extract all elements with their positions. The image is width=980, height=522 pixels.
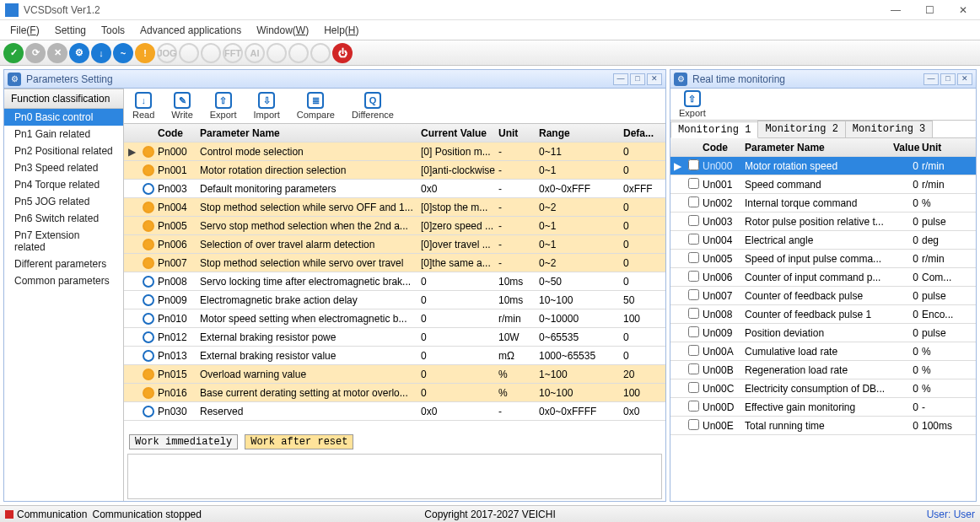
sidebar-item[interactable]: Pn1 Gain related [4, 126, 123, 143]
col-value[interactable]: Current Value [421, 127, 498, 139]
menu-advanced[interactable]: Advanced applications [140, 24, 241, 36]
sidebar-item[interactable]: Pn4 Torque related [4, 176, 123, 193]
table-row[interactable]: Pn003Default monitoring parameters0x0-0x… [124, 180, 665, 198]
row-checkbox[interactable] [684, 419, 703, 433]
menu-file[interactable]: File(F) [10, 24, 40, 36]
table-row[interactable]: ▶Pn000Control mode selection[0] Position… [124, 143, 665, 161]
toolbar-fft-icon[interactable]: FFT [223, 43, 243, 63]
rt-row[interactable]: Un00DEffective gain monitoring0- [670, 398, 976, 417]
rt-tab[interactable]: Monitoring 1 [670, 121, 758, 138]
rt-row[interactable]: Un009Position deviation0pulse [670, 324, 976, 342]
close-button[interactable]: ✕ [946, 4, 980, 16]
table-row[interactable]: Pn004Stop method selection while servo O… [124, 198, 665, 217]
toolbar-ai-icon[interactable]: AI [245, 43, 265, 63]
grid-body[interactable]: ▶Pn000Control mode selection[0] Position… [124, 143, 665, 432]
table-row[interactable]: Pn009Electromagnetic brake action delay0… [124, 291, 665, 309]
sidebar-item[interactable]: Pn3 Speed related [4, 159, 123, 176]
rt-row[interactable]: Un002Internal torque command0% [670, 194, 976, 213]
panel-close-button[interactable]: ✕ [647, 73, 662, 85]
row-checkbox[interactable] [684, 178, 703, 191]
minimize-button[interactable]: ― [879, 4, 913, 16]
rt-tab[interactable]: Monitoring 3 [845, 121, 933, 137]
toolbar-check-icon[interactable]: ✓ [3, 43, 24, 63]
rt-tab[interactable]: Monitoring 2 [757, 121, 845, 137]
sidebar-item[interactable]: Different parameters [4, 256, 123, 272]
row-checkbox[interactable] [684, 382, 703, 396]
row-checkbox[interactable] [684, 308, 703, 321]
toolbar-icon-15[interactable] [310, 43, 331, 63]
rt-row[interactable]: Un004Electrical angle0deg [670, 231, 976, 250]
sidebar-item[interactable]: Pn5 JOG related [4, 193, 123, 210]
row-checkbox[interactable] [684, 271, 703, 284]
maximize-button[interactable]: ☐ [913, 4, 946, 16]
row-checkbox[interactable] [684, 215, 703, 229]
menu-setting[interactable]: Setting [55, 24, 86, 36]
toolbar-jog-icon[interactable]: JOG [157, 43, 177, 63]
rt-row[interactable]: Un00ACumulative load rate0% [670, 342, 976, 361]
row-checkbox[interactable] [684, 252, 703, 266]
rt-row[interactable]: Un006Counter of input command p...0Com..… [670, 268, 976, 287]
row-checkbox[interactable] [684, 289, 703, 303]
rt-row[interactable]: Un007Counter of feedback pulse0pulse [670, 287, 976, 305]
menu-tools[interactable]: Tools [101, 24, 125, 36]
work-immediately-button[interactable]: Work immediately [129, 434, 238, 449]
table-row[interactable]: Pn015Overload warning value0%1~10020 [124, 365, 665, 384]
panel-maximize-button[interactable]: □ [630, 73, 645, 85]
col-default[interactable]: Defa... [623, 127, 665, 139]
panel-minimize-button[interactable]: — [613, 73, 628, 85]
rt-row[interactable]: ▶Un000Motor rotation speed0r/min [670, 157, 976, 175]
rt-row[interactable]: Un00CElectricity consumption of DB...0% [670, 379, 976, 398]
rt-row[interactable]: Un003Rotor pulse position relative t...0… [670, 213, 976, 231]
col-range[interactable]: Range [539, 127, 623, 139]
compare-button[interactable]: ≣Compare [297, 92, 335, 120]
toolbar-tools-icon[interactable]: ✕ [47, 43, 67, 63]
table-row[interactable]: Pn005Servo stop method selection when th… [124, 217, 665, 235]
panel-maximize-button[interactable]: □ [940, 73, 956, 85]
rt-row[interactable]: Un001Speed command0r/min [670, 175, 976, 194]
row-checkbox[interactable] [684, 401, 703, 414]
import-button[interactable]: ⇩Import [254, 92, 280, 120]
toolbar-icon-10[interactable] [201, 43, 221, 63]
rt-col-unit[interactable]: Unit [922, 142, 959, 153]
table-row[interactable]: Pn007Stop method selection while servo o… [124, 254, 665, 272]
toolbar-icon-9[interactable] [179, 43, 199, 63]
sidebar-item[interactable]: Pn0 Basic control [4, 109, 123, 126]
rt-col-name[interactable]: Parameter Name [745, 142, 893, 153]
work-after-reset-button[interactable]: Work after reset [245, 434, 353, 449]
toolbar-refresh-icon[interactable]: ⟳ [25, 43, 46, 63]
toolbar-warning-icon[interactable]: ! [135, 43, 155, 63]
panel-minimize-button[interactable]: — [923, 73, 939, 85]
table-row[interactable]: Pn008Servo locking time after electromag… [124, 272, 665, 291]
toolbar-gear-icon[interactable]: ⚙ [69, 43, 89, 63]
toolbar-download-icon[interactable]: ↓ [91, 43, 111, 63]
rt-col-code[interactable]: Code [703, 142, 745, 153]
rt-row[interactable]: Un008Counter of feedback pulse 10Enco... [670, 305, 976, 324]
table-row[interactable]: Pn001Motor rotation direction selection[… [124, 161, 665, 180]
row-checkbox[interactable] [684, 196, 703, 210]
rt-col-value[interactable]: Value [893, 142, 922, 153]
row-checkbox[interactable] [684, 234, 703, 247]
toolbar-wave-icon[interactable]: ~ [113, 43, 133, 63]
col-unit[interactable]: Unit [498, 127, 539, 139]
rt-row[interactable]: Un00ETotal running time0100ms [670, 417, 976, 435]
toolbar-icon-14[interactable] [288, 43, 309, 63]
rt-export-button[interactable]: ⇧Export [679, 90, 706, 118]
row-checkbox[interactable] [684, 159, 703, 173]
table-row[interactable]: Pn016Base current derating setting at mo… [124, 384, 665, 402]
rt-row[interactable]: Un005Speed of input pulse comma...0r/min [670, 250, 976, 268]
table-row[interactable]: Pn010Motor speed setting when electromag… [124, 309, 665, 328]
table-row[interactable]: Pn012External braking resistor powe010W0… [124, 328, 665, 347]
col-name[interactable]: Parameter Name [200, 127, 421, 139]
table-row[interactable]: Pn006Selection of over travel alarm dete… [124, 235, 665, 254]
col-code[interactable]: Code [158, 127, 200, 139]
row-checkbox[interactable] [684, 363, 703, 377]
row-checkbox[interactable] [684, 345, 703, 358]
export-button[interactable]: ⇧Export [210, 92, 237, 120]
menu-help[interactable]: Help(H) [324, 24, 358, 36]
read-button[interactable]: ↓Read [132, 92, 154, 120]
rt-row[interactable]: Un00BRegeneration load rate0% [670, 361, 976, 379]
write-button[interactable]: ✎Write [171, 92, 192, 120]
toolbar-icon-13[interactable] [267, 43, 287, 63]
sidebar-item[interactable]: Pn2 Positional related [4, 143, 123, 159]
sidebar-item[interactable]: Pn6 Switch related [4, 210, 123, 227]
